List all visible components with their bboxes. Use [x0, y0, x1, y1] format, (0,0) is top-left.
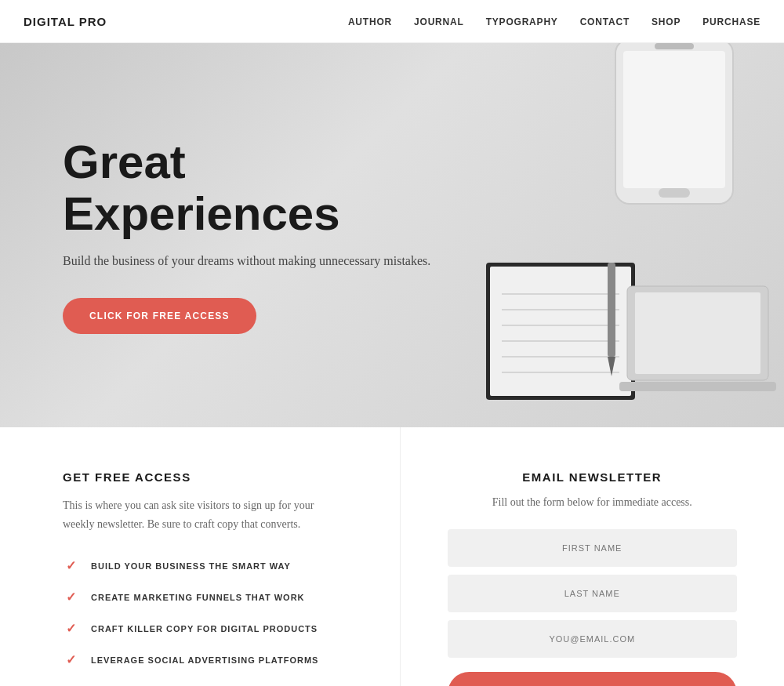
hero-title: Great Experiences	[63, 136, 431, 240]
last-name-input[interactable]	[448, 575, 738, 612]
list-item-label: CRAFT KILLER COPY FOR DIGITAL PRODUCTS	[91, 624, 318, 633]
newsletter-form: GET FREE ACCESS	[448, 529, 738, 686]
list-item: ✓ENTER THE WORDPRESS PREMIUM MARKET	[63, 683, 353, 686]
hero-section: Great Experiences Build the business of …	[0, 43, 784, 427]
list-item: ✓CREATE MARKETING FUNNELS THAT WORK	[63, 589, 353, 606]
bottom-section: GET FREE ACCESS This is where you can as…	[0, 427, 784, 686]
svg-rect-1	[623, 51, 725, 188]
nav-link-item: AUTHOR	[348, 14, 392, 28]
hero-content: Great Experiences Build the business of …	[0, 136, 431, 334]
hero-subtitle: Build the business of your dreams withou…	[63, 254, 431, 268]
checkmark-icon: ✓	[63, 620, 80, 637]
nav-link-item: CONTACT	[580, 14, 630, 28]
right-section-title: EMAIL NEWSLETTER	[448, 470, 738, 484]
right-section-description: Fill out the form below for immediate ac…	[448, 493, 738, 512]
left-column: GET FREE ACCESS This is where you can as…	[0, 427, 401, 686]
nav-link[interactable]: JOURNAL	[414, 16, 464, 27]
list-item: ✓LEVERAGE SOCIAL ADVERTISING PLATFORMS	[63, 652, 353, 669]
right-column: EMAIL NEWSLETTER Fill out the form below…	[401, 427, 785, 686]
svg-rect-16	[619, 382, 776, 391]
list-item: ✓BUILD YOUR BUSINESS THE SMART WAY	[63, 557, 353, 575]
nav-link-item: SHOP	[652, 14, 681, 28]
site-logo[interactable]: DIGITAL PRO	[24, 15, 107, 28]
list-item: ✓CRAFT KILLER COPY FOR DIGITAL PRODUCTS	[63, 620, 353, 637]
phone-icon	[612, 43, 737, 208]
hero-cta-button[interactable]: CLICK FOR FREE ACCESS	[63, 298, 256, 334]
nav-link[interactable]: AUTHOR	[348, 16, 392, 27]
nav-link[interactable]: TYPOGRAPHY	[486, 16, 558, 27]
nav-link-item: JOURNAL	[414, 14, 464, 28]
list-item-label: CREATE MARKETING FUNNELS THAT WORK	[91, 593, 305, 602]
svg-rect-12	[608, 263, 615, 357]
first-name-input[interactable]	[448, 529, 738, 567]
checkmark-icon: ✓	[63, 683, 80, 686]
checkmark-icon: ✓	[63, 589, 80, 606]
checklist: ✓BUILD YOUR BUSINESS THE SMART WAY✓CREAT…	[63, 557, 353, 686]
nav-link[interactable]: CONTACT	[580, 16, 630, 27]
nav-link-item: PURCHASE	[702, 14, 760, 28]
list-item-label: LEVERAGE SOCIAL ADVERTISING PLATFORMS	[91, 655, 318, 665]
svg-rect-15	[635, 292, 760, 374]
nav-links-list: AUTHORJOURNALTYPOGRAPHYCONTACTSHOPPURCHA…	[348, 14, 760, 28]
laptop-icon	[619, 278, 776, 419]
checkmark-icon: ✓	[63, 652, 80, 669]
navigation: DIGITAL PRO AUTHORJOURNALTYPOGRAPHYCONTA…	[0, 0, 784, 43]
list-item-label: BUILD YOUR BUSINESS THE SMART WAY	[91, 561, 291, 571]
checkmark-icon: ✓	[63, 557, 80, 575]
hero-devices	[408, 43, 784, 427]
left-section-description: This is where you can ask site visitors …	[63, 496, 329, 534]
svg-rect-2	[655, 43, 694, 49]
nav-link-item: TYPOGRAPHY	[486, 14, 558, 28]
nav-link[interactable]: SHOP	[652, 16, 681, 27]
left-section-title: GET FREE ACCESS	[63, 470, 353, 484]
nav-link[interactable]: PURCHASE	[702, 16, 760, 27]
email-input[interactable]	[448, 620, 738, 658]
svg-rect-3	[659, 188, 690, 198]
submit-button[interactable]: GET FREE ACCESS	[448, 672, 738, 686]
